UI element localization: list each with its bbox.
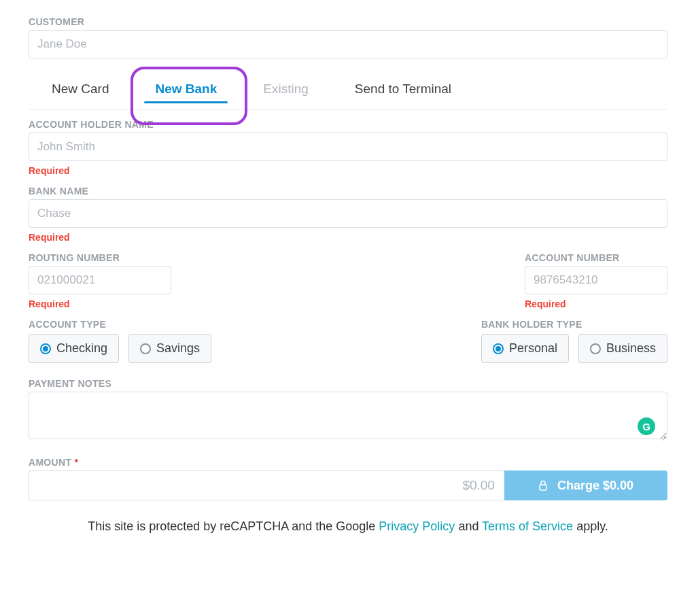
amount-label: AMOUNT *: [29, 457, 667, 468]
privacy-policy-link[interactable]: Privacy Policy: [379, 519, 455, 533]
radio-icon: [590, 343, 601, 354]
account-number-label: ACCOUNT NUMBER: [525, 252, 667, 263]
account-holder-error: Required: [29, 165, 667, 176]
charge-button[interactable]: Charge $0.00: [504, 470, 667, 500]
account-holder-label: ACCOUNT HOLDER NAME: [29, 119, 667, 130]
routing-input[interactable]: [29, 266, 171, 294]
radio-label: Business: [606, 341, 656, 356]
amount-input[interactable]: [29, 470, 504, 500]
radio-label: Checking: [56, 341, 107, 356]
charge-button-label: Charge $0.00: [557, 479, 633, 493]
routing-error: Required: [29, 298, 171, 309]
payment-notes-label: PAYMENT NOTES: [29, 378, 667, 389]
account-number-input[interactable]: [525, 266, 667, 294]
radio-icon: [493, 343, 504, 354]
radio-label: Savings: [156, 341, 200, 356]
account-type-label: ACCOUNT TYPE: [29, 319, 211, 330]
tab-new-card[interactable]: New Card: [29, 71, 132, 109]
svg-rect-0: [540, 485, 546, 490]
radio-label: Personal: [509, 341, 557, 356]
payment-notes-input[interactable]: [29, 392, 667, 439]
tab-existing[interactable]: Existing: [240, 71, 332, 109]
radio-icon: [40, 343, 51, 354]
bank-name-label: BANK NAME: [29, 186, 667, 196]
bank-holder-type-label: BANK HOLDER TYPE: [481, 319, 667, 330]
recaptcha-footer: This site is protected by reCAPTCHA and …: [29, 519, 667, 534]
account-type-checking[interactable]: Checking: [29, 334, 119, 363]
account-holder-input[interactable]: [29, 133, 667, 161]
routing-label: ROUTING NUMBER: [29, 252, 171, 263]
tab-new-bank[interactable]: New Bank: [132, 71, 240, 109]
payment-method-tabs: New Card New Bank Existing Send to Termi…: [29, 71, 667, 109]
terms-of-service-link[interactable]: Terms of Service: [482, 519, 573, 533]
account-number-error: Required: [525, 298, 667, 309]
bank-name-error: Required: [29, 232, 667, 243]
radio-icon: [140, 343, 151, 354]
account-type-savings[interactable]: Savings: [128, 334, 211, 363]
customer-label: CUSTOMER: [29, 16, 667, 27]
required-star-icon: *: [74, 457, 78, 468]
tab-send-to-terminal[interactable]: Send to Terminal: [332, 71, 474, 109]
lock-icon: [538, 480, 548, 491]
bank-holder-business[interactable]: Business: [578, 334, 667, 363]
bank-holder-personal[interactable]: Personal: [481, 334, 569, 363]
grammarly-icon[interactable]: G: [638, 417, 655, 435]
bank-name-input[interactable]: [29, 199, 667, 228]
customer-input[interactable]: [29, 30, 667, 58]
